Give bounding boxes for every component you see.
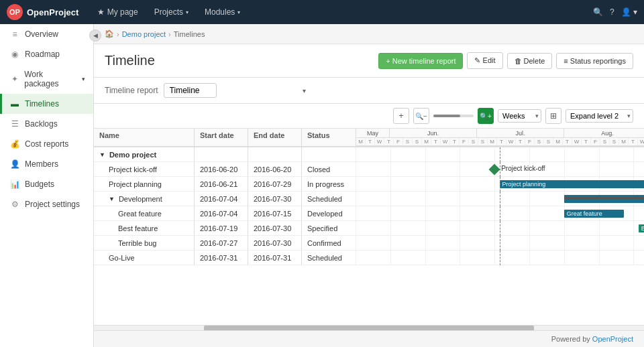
task-start-development: 2016-07-04: [195, 192, 248, 206]
task-name-terrible-bug[interactable]: Terrible bug: [94, 236, 195, 250]
month-jul: Jul.: [477, 129, 564, 137]
report-select-wrapper: Timeline: [164, 83, 311, 98]
main-content: 🏠 › Demo project › Timelines Timeline + …: [94, 24, 644, 347]
budgets-icon: 📊: [10, 180, 19, 189]
sidebar-item-backlogs[interactable]: ☰ Backlogs: [0, 114, 93, 134]
sidebar-item-timelines[interactable]: ▬ Timelines: [0, 94, 93, 114]
timeline-report-select[interactable]: Timeline: [164, 83, 217, 98]
day-cell-28: M: [619, 138, 629, 145]
sidebar-item-work-packages[interactable]: ✦ Work packages ▾: [0, 64, 93, 94]
day-cell-15: T: [497, 138, 506, 145]
day-cell-24: T: [582, 138, 591, 145]
task-rows: ▼Demo projectProject kick-off2016-06-202…: [94, 147, 644, 265]
col-header-end: End date: [248, 129, 302, 146]
day-cell-29: T: [629, 138, 638, 145]
timeline-controls: Timeline report Timeline: [94, 78, 644, 104]
breadcrumb: 🏠 › Demo project › Timelines: [94, 24, 644, 44]
gantt-bar-area-demo-project: [356, 147, 644, 162]
sidebar-item-budgets[interactable]: 📊 Budgets: [0, 174, 93, 194]
gantt-horizontal-scrollbar[interactable]: [94, 325, 644, 330]
day-cell-19: S: [535, 138, 544, 145]
task-start-project-kickoff: 2016-06-20: [195, 162, 248, 176]
task-end-development: 2016-07-30: [248, 192, 302, 206]
gantt-bar-area-great-feature: Great feature: [356, 206, 644, 221]
task-end-demo-project: [248, 147, 302, 161]
sidebar-item-members[interactable]: 👤 Members: [0, 154, 93, 174]
table-row-terrible-bug: Terrible bug2016-07-272016-07-30Confirme…: [94, 236, 644, 251]
task-name-go-live[interactable]: Go-Live: [94, 251, 195, 265]
expand-level-select[interactable]: Expand level 2 Expand level 1 Expand lev…: [566, 109, 633, 123]
weeks-select-wrapper: Weeks Days Months: [498, 109, 541, 123]
sidebar-item-cost-reports[interactable]: 💰 Cost reports: [0, 134, 93, 154]
task-name-project-kickoff[interactable]: Project kick-off: [94, 162, 195, 176]
task-end-terrible-bug: 2016-07-30: [248, 236, 302, 250]
gantt-add-button[interactable]: +: [393, 108, 409, 124]
nav-modules[interactable]: Modules ▾: [202, 3, 243, 21]
task-start-terrible-bug: 2016-07-27: [195, 236, 248, 250]
edit-button[interactable]: ✎ Edit: [467, 52, 502, 69]
day-cell-4: F: [394, 138, 403, 145]
work-packages-icon: ✦: [10, 74, 19, 84]
bar-label-project-planning: Project planning: [502, 180, 546, 188]
delete-button[interactable]: 🗑 Delete: [507, 53, 553, 69]
diamond-project-kickoff: [489, 163, 500, 175]
task-start-best-feature: 2016-07-19: [195, 221, 248, 235]
footer-link[interactable]: OpenProject: [592, 335, 633, 343]
cost-reports-icon: 💰: [10, 139, 19, 149]
day-cell-0: M: [356, 138, 366, 145]
gantt-zoom-out-button[interactable]: 🔍−: [413, 108, 429, 124]
nav-right-actions: 🔍 ? 👤 ▾: [593, 7, 637, 17]
task-end-project-kickoff: 2016-06-20: [248, 162, 302, 176]
task-name-development[interactable]: ▼Development: [94, 192, 195, 206]
project-settings-icon: ⚙: [10, 200, 19, 209]
table-row-development: ▼Development2016-07-042016-07-30Schedule…: [94, 192, 644, 206]
day-cell-26: S: [600, 138, 610, 145]
day-cell-6: S: [413, 138, 422, 145]
day-cell-7: M: [422, 138, 431, 145]
day-cell-8: T: [431, 138, 441, 145]
new-timeline-button[interactable]: + New timeline report: [378, 53, 463, 69]
sidebar-label-members: Members: [25, 159, 58, 169]
breadcrumb-home[interactable]: 🏠: [105, 29, 114, 38]
gantt-toolbar: + 🔍− 🔍+ Weeks Days Months ⊞ Expand level…: [94, 104, 644, 129]
sidebar: ◀ ≡ Overview ◉ Roadmap ✦ Work packages ▾…: [0, 24, 94, 347]
task-name-demo-project[interactable]: ▼Demo project: [94, 147, 195, 161]
gantt-view-button[interactable]: ⊞: [545, 108, 561, 124]
sidebar-label-timelines: Timelines: [25, 99, 59, 109]
gantt-zoom-in-button[interactable]: 🔍+: [478, 108, 494, 124]
sidebar-toggle[interactable]: ◀: [89, 29, 101, 42]
user-icon[interactable]: 👤 ▾: [621, 7, 637, 17]
nav-projects[interactable]: Projects ▾: [152, 3, 191, 21]
day-cell-12: S: [469, 138, 478, 145]
task-status-go-live: Scheduled: [302, 251, 356, 265]
gantt-bar-area-project-planning: Project planning: [356, 177, 644, 192]
zoom-slider[interactable]: [433, 115, 474, 117]
search-icon[interactable]: 🔍: [593, 7, 603, 17]
nav-my-page[interactable]: ★ My page: [95, 3, 140, 21]
breadcrumb-project[interactable]: Demo project: [122, 30, 166, 38]
task-name-great-feature[interactable]: Great feature: [94, 206, 195, 220]
day-cell-2: W: [375, 138, 384, 145]
weeks-select[interactable]: Weeks Days Months: [498, 109, 541, 123]
day-cell-20: S: [544, 138, 553, 145]
roadmap-icon: ◉: [10, 50, 19, 59]
task-start-demo-project: [195, 147, 248, 161]
sidebar-item-overview[interactable]: ≡ Overview: [0, 24, 93, 44]
bar-label-great-feature: Great feature: [567, 210, 602, 218]
month-aug: Aug.: [564, 129, 644, 137]
sidebar-item-project-settings[interactable]: ⚙ Project settings: [0, 194, 93, 214]
sidebar-label-roadmap: Roadmap: [25, 50, 60, 59]
gantt-bar-area-best-feature: Best feature: [356, 221, 644, 236]
app-logo[interactable]: OP OpenProject: [7, 4, 78, 20]
expand-select-wrapper: Expand level 2 Expand level 1 Expand lev…: [566, 109, 633, 123]
task-name-project-planning[interactable]: Project planning: [94, 177, 195, 191]
table-row-go-live: Go-Live2016-07-312016-07-31ScheduledGo-L…: [94, 251, 644, 265]
logo-icon: OP: [7, 4, 23, 20]
page-title: Timeline: [105, 53, 378, 68]
task-end-great-feature: 2016-07-15: [248, 206, 302, 220]
help-icon[interactable]: ?: [610, 7, 614, 17]
sidebar-item-roadmap[interactable]: ◉ Roadmap: [0, 44, 93, 64]
gantt-bar-area-terrible-bug: Terrible bug: [356, 236, 644, 251]
task-name-best-feature[interactable]: Best feature: [94, 221, 195, 235]
status-reportings-button[interactable]: ≡ Status reportings: [556, 53, 633, 69]
